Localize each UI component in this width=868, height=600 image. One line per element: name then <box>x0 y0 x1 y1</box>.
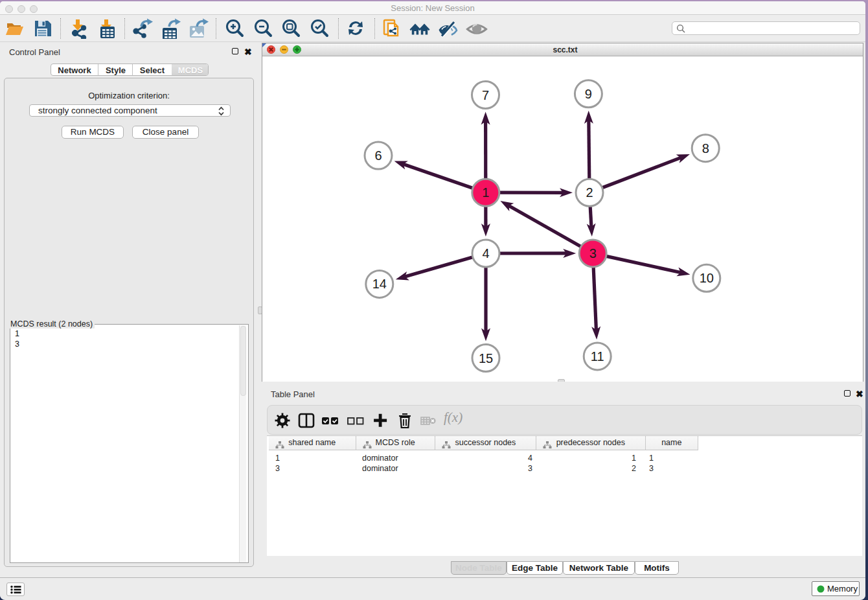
svg-text:10: 10 <box>700 271 714 285</box>
svg-text:14: 14 <box>372 277 387 291</box>
svg-text:8: 8 <box>702 141 709 156</box>
svg-text:3: 3 <box>589 246 597 260</box>
svg-text:1: 1 <box>482 185 489 200</box>
svg-text:7: 7 <box>482 88 489 102</box>
svg-text:2: 2 <box>586 185 593 200</box>
svg-text:6: 6 <box>374 148 382 163</box>
svg-text:9: 9 <box>585 87 592 101</box>
svg-text:11: 11 <box>591 349 604 363</box>
svg-text:4: 4 <box>482 246 489 260</box>
svg-text:15: 15 <box>479 351 493 365</box>
